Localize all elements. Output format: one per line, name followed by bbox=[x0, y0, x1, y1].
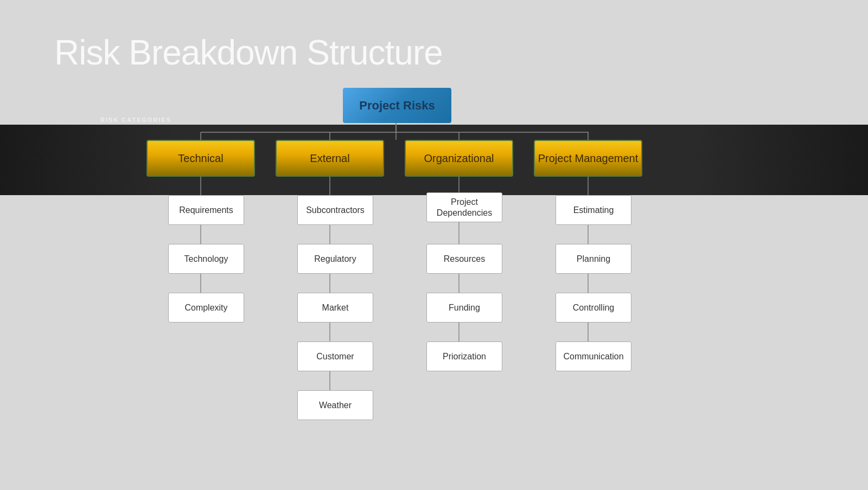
child-funding: Funding bbox=[426, 293, 502, 323]
child-communication: Communication bbox=[556, 341, 631, 371]
child-priorization: Priorization bbox=[426, 341, 502, 371]
child-customer: Customer bbox=[297, 341, 373, 371]
child-planning: Planning bbox=[556, 244, 631, 274]
child-estimating: Estimating bbox=[556, 195, 631, 225]
page-title: Risk Breakdown Structure bbox=[54, 33, 443, 73]
child-weather: Weather bbox=[297, 390, 373, 420]
category-technical: Technical bbox=[146, 140, 255, 177]
category-pm: Project Management bbox=[534, 140, 642, 177]
category-external: External bbox=[276, 140, 384, 177]
child-resources: Resources bbox=[426, 244, 502, 274]
child-complexity: Complexity bbox=[168, 293, 244, 323]
project-risks-box: Project Risks bbox=[343, 88, 451, 123]
risk-categories-label: RISK CATEGORIES bbox=[100, 117, 171, 123]
child-regulatory: Regulatory bbox=[297, 244, 373, 274]
category-organizational: Organizational bbox=[405, 140, 513, 177]
child-requirements: Requirements bbox=[168, 195, 244, 225]
child-project-dependencies: ProjectDependencies bbox=[426, 192, 502, 222]
child-technology: Technology bbox=[168, 244, 244, 274]
child-subcontractors: Subcontractors bbox=[297, 195, 373, 225]
child-market: Market bbox=[297, 293, 373, 323]
child-controlling: Controlling bbox=[556, 293, 631, 323]
